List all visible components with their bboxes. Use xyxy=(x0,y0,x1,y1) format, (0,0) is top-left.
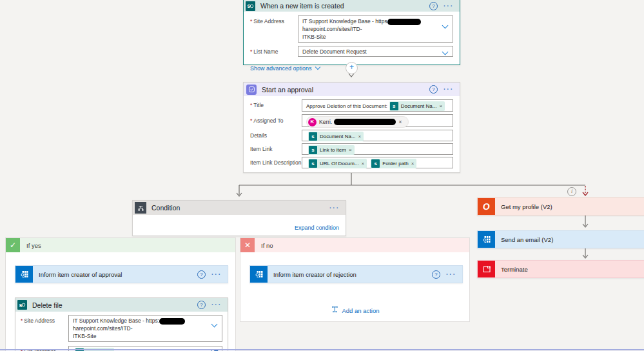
remove-token-icon[interactable]: × xyxy=(348,146,355,154)
sharepoint-icon: s xyxy=(246,1,255,11)
site-address-input[interactable]: IT Support Knowledge Base - httpsharepoi… xyxy=(298,15,453,43)
item-link-input[interactable]: sLink to item× xyxy=(302,143,453,155)
menu-icon[interactable]: ··· xyxy=(329,205,340,212)
chevron-down-icon[interactable] xyxy=(442,23,449,29)
expand-condition-link[interactable]: Expand condition xyxy=(295,225,339,231)
sharepoint-token-icon: s xyxy=(390,102,398,110)
remove-token-icon[interactable]: × xyxy=(438,103,445,110)
delete-file-card[interactable]: s Delete file ? ··· *Site Address IT Sup… xyxy=(15,297,228,351)
start-approval-card[interactable]: Start an approval ? ··· *Title Approve D… xyxy=(243,82,460,173)
site-address-input[interactable]: IT Support Knowledge Base - https:harepo… xyxy=(68,315,222,342)
check-icon: ✓ xyxy=(6,238,20,252)
delete-file-title: Delete file xyxy=(27,301,197,309)
if-no-branch: ✕ If no Inform item creator of rejection… xyxy=(240,237,470,322)
site-address-text-line2: ITKB-Site xyxy=(73,332,210,340)
item-link-description-input[interactable]: sURL Of Docum...×sFolder path× xyxy=(302,157,453,168)
dynamic-token[interactable]: sDocument Na...× xyxy=(389,101,445,111)
trigger-card-when-new-item-created[interactable]: s When a new item is created ? ··· *Site… xyxy=(243,0,460,65)
remove-token-icon[interactable]: × xyxy=(361,160,367,168)
if-no-header[interactable]: ✕ If no xyxy=(240,238,469,252)
add-action-label: Add an action xyxy=(342,307,379,314)
person-name: Kerri. xyxy=(319,118,332,126)
redaction-blob xyxy=(159,318,185,325)
approval-title-label: *Title xyxy=(250,99,302,108)
approval-title: Start an approval xyxy=(257,86,429,94)
outlook-icon xyxy=(15,266,33,283)
assigned-to-input[interactable]: K Kerri. × xyxy=(302,114,453,127)
condition-title: Condition xyxy=(146,204,329,212)
if-yes-label: If yes xyxy=(26,242,41,249)
if-yes-branch: ✓ If yes Inform item creator of approval… xyxy=(5,237,236,351)
show-advanced-options-link[interactable]: Show advanced options xyxy=(250,65,312,72)
assigned-to-label: *Assigned To xyxy=(250,114,302,124)
sharepoint-token-icon: s xyxy=(309,159,317,168)
help-icon[interactable]: ? xyxy=(197,301,206,309)
menu-icon[interactable]: ··· xyxy=(211,271,222,278)
get-my-profile-card[interactable]: O Get my profile (V2) xyxy=(477,197,644,216)
details-label: Details xyxy=(250,130,302,139)
trigger-title: When a new item is created xyxy=(255,2,429,10)
help-icon[interactable]: ? xyxy=(197,270,206,279)
site-address-text: IT Support Knowledge Base - https xyxy=(302,18,387,25)
approvals-icon xyxy=(246,85,257,95)
help-icon[interactable]: ? xyxy=(432,270,440,279)
dynamic-token[interactable]: sURL Of Docum...× xyxy=(308,159,367,168)
menu-icon[interactable]: ··· xyxy=(446,271,456,278)
insert-step-button[interactable]: + xyxy=(346,62,358,74)
send-email-card[interactable]: Send an email (V2) xyxy=(477,230,644,248)
required-asterisk: * xyxy=(250,117,252,124)
condition-icon xyxy=(135,202,146,214)
site-address-text: harepoint.com/sites/ITD- xyxy=(302,26,362,32)
if-yes-header[interactable]: ✓ If yes xyxy=(6,238,235,252)
chevron-down-icon[interactable] xyxy=(211,321,218,328)
help-icon[interactable]: ? xyxy=(429,2,438,10)
add-action-icon xyxy=(330,305,338,316)
item-link-description-label: Item Link Description xyxy=(250,157,302,166)
card-title: Inform item creator of approval xyxy=(33,271,197,278)
remove-token-icon[interactable]: × xyxy=(411,160,417,168)
dynamic-token[interactable]: sDocument Na...× xyxy=(308,132,364,141)
site-address-text: harepoint.com/sites/ITD- xyxy=(73,325,133,332)
details-input[interactable]: sDocument Na...× xyxy=(302,130,453,141)
site-address-label: *Site Address xyxy=(250,15,298,25)
card-title: Get my profile (V2) xyxy=(495,203,644,210)
list-name-label: *List Name xyxy=(250,46,298,55)
required-asterisk: * xyxy=(250,48,252,55)
item-link-label: Item Link xyxy=(250,143,302,152)
required-asterisk: * xyxy=(250,18,252,25)
sharepoint-token-icon: s xyxy=(309,146,317,154)
outlook-icon xyxy=(478,231,495,248)
plus-icon: + xyxy=(349,63,354,72)
sharepoint-token-icon: s xyxy=(371,159,380,168)
menu-icon[interactable]: ··· xyxy=(211,301,222,308)
menu-icon[interactable]: ··· xyxy=(444,86,454,93)
inform-approval-card[interactable]: Inform item creator of approval ? ··· xyxy=(15,265,228,283)
site-address-text-line2: ITKB-Site xyxy=(302,33,441,41)
dynamic-token[interactable]: sLink to item× xyxy=(308,145,355,155)
condition-card[interactable]: Condition ··· Expand condition xyxy=(132,200,346,236)
sharepoint-token-icon: s xyxy=(309,132,317,141)
list-name-input[interactable]: Delete Document Request xyxy=(298,46,453,57)
add-action-button[interactable]: Add an action xyxy=(330,305,379,316)
cross-icon: ✕ xyxy=(240,238,255,252)
card-title: Send an email (V2) xyxy=(495,236,644,243)
menu-icon[interactable]: ··· xyxy=(444,3,454,10)
dynamic-token[interactable]: sFolder path× xyxy=(371,159,416,168)
required-asterisk: * xyxy=(250,102,252,108)
card-title: Terminate xyxy=(495,266,644,273)
inform-rejection-card[interactable]: Inform item creator of rejection ? ··· xyxy=(249,265,463,283)
terminate-card[interactable]: Terminate xyxy=(477,260,644,278)
run-after-info-icon[interactable]: i xyxy=(567,187,576,196)
approval-title-text: Approve Deletion of this Document: xyxy=(306,103,387,109)
outlook-icon xyxy=(250,266,268,283)
approval-title-input[interactable]: Approve Deletion of this Document:sDocum… xyxy=(302,99,453,112)
if-no-label: If no xyxy=(261,242,273,249)
person-chip[interactable]: K Kerri. × xyxy=(306,116,409,128)
chevron-down-icon[interactable] xyxy=(442,49,449,55)
help-icon[interactable]: ? xyxy=(429,85,438,94)
remove-token-icon[interactable]: × xyxy=(358,133,364,141)
remove-person-icon[interactable]: × xyxy=(398,118,404,126)
terminate-icon xyxy=(478,261,495,277)
redaction-blob xyxy=(387,19,421,25)
site-address-text: IT Support Knowledge Base - https: xyxy=(73,317,159,324)
